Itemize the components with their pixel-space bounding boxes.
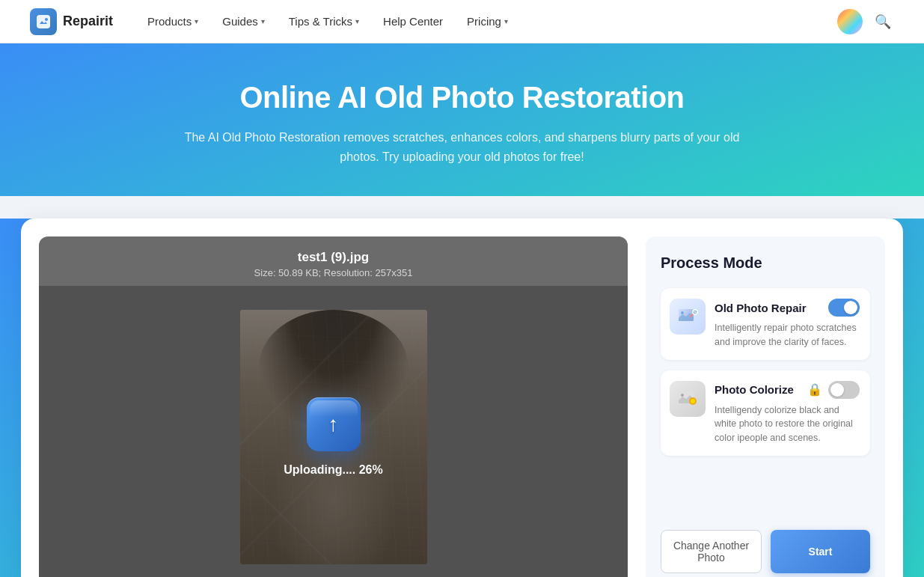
colorize-mode-content: Photo Colorize 🔒 Intelligendy colorize b… [715, 381, 860, 445]
mode-item-colorize: Photo Colorize 🔒 Intelligendy colorize b… [661, 370, 870, 456]
upload-progress-text: Uploading.... 26% [284, 463, 382, 477]
chevron-down-icon: ▾ [261, 17, 265, 25]
nav-item-help-center[interactable]: Help Center [373, 9, 453, 34]
colorize-mode-desc: Intelligendy colorize black and white ph… [715, 403, 860, 445]
repair-icon-wrap [670, 299, 706, 335]
nav-item-pricing[interactable]: Pricing ▾ [456, 9, 518, 34]
start-button[interactable]: Start [771, 530, 870, 573]
process-panel: Process Mode [646, 236, 885, 577]
main-card: test1 (9).jpg Size: 50.89 KB; Resolution… [21, 219, 903, 577]
lock-icon: 🔒 [807, 382, 822, 397]
upload-icon: ↑ [307, 397, 361, 451]
svg-rect-0 [37, 15, 50, 28]
repair-mode-name: Old Photo Repair [715, 302, 807, 314]
colorize-mode-header: Photo Colorize 🔒 [715, 381, 860, 399]
logo-text: Repairit [63, 13, 113, 29]
nav-items: Products ▾ Guides ▾ Tips & Tricks ▾ Help… [137, 9, 837, 34]
mode-item-repair: Old Photo Repair Intelligently repair ph… [661, 288, 870, 360]
photo-image-wrapper: ↑ Uploading.... 26% [39, 286, 628, 577]
colorize-mode-name: Photo Colorize [715, 383, 794, 396]
chevron-down-icon: ▾ [504, 17, 508, 25]
logo-icon [30, 8, 57, 35]
toggle-knob [830, 383, 844, 397]
page-title: Online AI Old Photo Restoration [15, 81, 909, 115]
svg-point-7 [681, 394, 684, 397]
nav-item-tips-tricks[interactable]: Tips & Tricks ▾ [278, 9, 370, 34]
photo-filename: test1 (9).jpg [254, 250, 413, 265]
nav-item-products[interactable]: Products ▾ [137, 9, 209, 34]
colorize-toggle[interactable] [828, 381, 860, 399]
repair-mode-desc: Intelligently repair photo scratches and… [715, 321, 860, 349]
change-photo-button[interactable]: Change Another Photo [661, 530, 762, 573]
navbar: Repairit Products ▾ Guides ▾ Tips & Tric… [0, 0, 924, 43]
svg-point-1 [45, 18, 48, 21]
hero-section: Online AI Old Photo Restoration The AI O… [0, 43, 924, 196]
repair-toggle[interactable] [828, 299, 860, 317]
chevron-down-icon: ▾ [195, 17, 198, 25]
upload-overlay: ↑ Uploading.... 26% [39, 286, 628, 577]
repair-mode-content: Old Photo Repair Intelligently repair ph… [715, 299, 860, 349]
colorize-icon-wrap [670, 381, 706, 417]
toggle-knob [844, 301, 857, 314]
photo-upload-area: test1 (9).jpg Size: 50.89 KB; Resolution… [39, 236, 628, 577]
hero-description: The AI Old Photo Restoration removes scr… [178, 128, 747, 166]
logo[interactable]: Repairit [30, 8, 113, 35]
svg-point-9 [691, 399, 695, 403]
upload-arrow-icon: ↑ [328, 412, 339, 436]
nav-item-guides[interactable]: Guides ▾ [212, 9, 275, 34]
repair-mode-header: Old Photo Repair [715, 299, 860, 317]
avatar[interactable] [837, 9, 863, 34]
photo-meta: Size: 50.89 KB; Resolution: 257x351 [254, 267, 413, 278]
photo-header: test1 (9).jpg Size: 50.89 KB; Resolution… [242, 236, 425, 286]
process-mode-title: Process Mode [661, 254, 870, 272]
svg-point-4 [681, 311, 684, 314]
nav-right: 🔍 [837, 9, 894, 34]
search-icon[interactable]: 🔍 [872, 10, 894, 33]
chevron-down-icon: ▾ [355, 17, 359, 25]
panel-buttons: Change Another Photo Start [661, 515, 870, 573]
